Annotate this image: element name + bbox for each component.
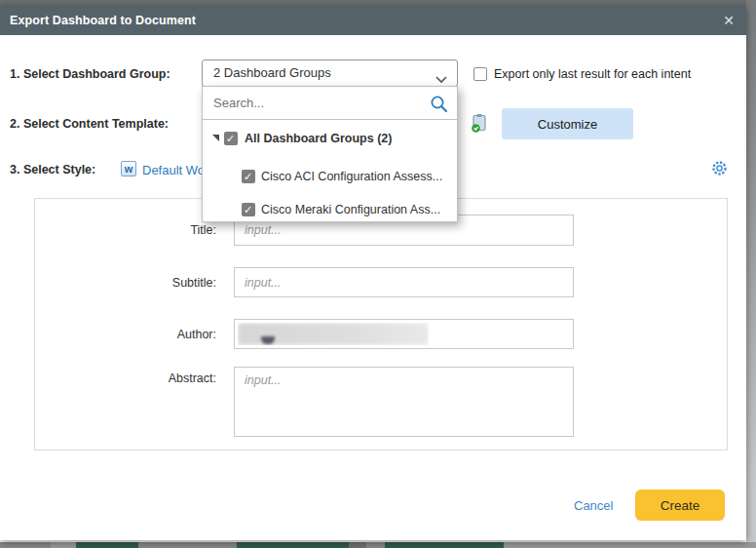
dropdown-search-input[interactable] bbox=[203, 87, 457, 120]
create-button[interactable]: Create bbox=[635, 489, 725, 521]
tree-checkbox-checked[interactable] bbox=[224, 132, 238, 145]
bg-segment bbox=[0, 542, 51, 548]
screen: Export Dashboard to Document ✕ 1. Select… bbox=[0, 0, 756, 548]
cancel-button[interactable]: Cancel bbox=[574, 498, 613, 513]
select-content-template-label: 2. Select Content Template: bbox=[10, 117, 169, 131]
tree-item-label: Cisco Meraki Configuration Ass... bbox=[261, 203, 440, 216]
tree-checkbox-checked[interactable] bbox=[242, 203, 255, 216]
tree-item-all-dashboard-groups[interactable]: All Dashboard Groups (2) bbox=[203, 131, 459, 146]
select-style-label: 3. Select Style: bbox=[10, 163, 95, 176]
tree-item-cisco-meraki[interactable]: Cisco Meraki Configuration Ass... bbox=[203, 202, 459, 217]
word-document-icon: w bbox=[121, 161, 136, 176]
abstract-label: Abstract: bbox=[97, 372, 216, 385]
dialog-header: Export Dashboard to Document ✕ bbox=[0, 6, 746, 35]
dialog-title: Export Dashboard to Document bbox=[10, 6, 196, 35]
author-input[interactable] bbox=[234, 319, 574, 349]
tree-item-label: Cisco ACI Configuration Assess... bbox=[261, 170, 442, 183]
content-template-status-icon bbox=[471, 113, 488, 137]
search-icon bbox=[430, 95, 448, 117]
subtitle-input[interactable] bbox=[234, 267, 574, 297]
author-label: Author: bbox=[97, 328, 216, 341]
select-dashboard-group-label: 1. Select Dashboard Group: bbox=[10, 67, 170, 81]
export-last-result-checkbox[interactable] bbox=[473, 67, 487, 81]
dashboard-group-select-value: 2 Dashboard Groups bbox=[213, 60, 331, 86]
style-template-link[interactable]: Default Wo bbox=[142, 163, 202, 177]
customize-button[interactable]: Customize bbox=[502, 108, 633, 139]
background-bottom-strip bbox=[0, 542, 756, 548]
abstract-textarea[interactable] bbox=[234, 367, 574, 437]
close-icon[interactable]: ✕ bbox=[723, 6, 735, 35]
export-last-result-label: Export only last result for each intent bbox=[494, 67, 691, 81]
gear-icon[interactable] bbox=[711, 160, 728, 180]
tree-checkbox-checked[interactable] bbox=[242, 170, 255, 183]
tree-collapse-icon[interactable] bbox=[212, 135, 219, 141]
bg-segment bbox=[349, 542, 366, 548]
tree-item-cisco-aci[interactable]: Cisco ACI Configuration Assess... bbox=[203, 169, 459, 184]
bg-segment bbox=[138, 542, 237, 548]
background-right-strip bbox=[746, 0, 756, 542]
bg-segment-green bbox=[385, 542, 504, 548]
bg-segment-green bbox=[76, 542, 138, 548]
tree-item-label: All Dashboard Groups (2) bbox=[245, 132, 392, 145]
bg-segment bbox=[366, 542, 385, 548]
dashboard-group-dropdown-panel: All Dashboard Groups (2) Cisco ACI Confi… bbox=[202, 86, 458, 222]
subtitle-label: Subtitle: bbox=[97, 276, 216, 290]
title-label: Title: bbox=[97, 223, 216, 237]
dashboard-group-select[interactable]: 2 Dashboard Groups bbox=[202, 59, 458, 87]
bg-segment-green bbox=[237, 542, 349, 548]
